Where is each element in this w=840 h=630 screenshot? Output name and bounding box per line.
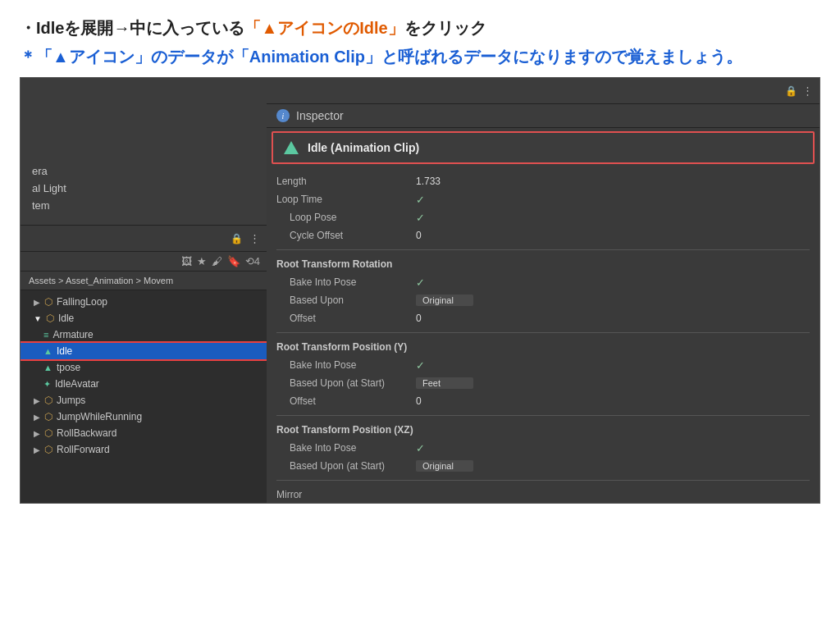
list-item-idle-avatar[interactable]: ✦ IdleAvatar bbox=[21, 376, 267, 392]
file-label: IdleAvatar bbox=[55, 378, 99, 390]
bake-xz-check[interactable]: ✓ bbox=[416, 442, 425, 454]
inspector-toolbar: 🔒 ⋮ bbox=[267, 78, 819, 104]
clip-title: Idle (Animation Clip) bbox=[308, 141, 419, 154]
list-item-jumpwhilerunning[interactable]: ▶ ⬡ JumpWhileRunning bbox=[21, 409, 267, 425]
divider2 bbox=[276, 332, 810, 333]
arrow-right-icon: ▶ bbox=[34, 396, 40, 405]
scene-hierarchy: era al Light tem bbox=[21, 78, 267, 226]
image-icon[interactable]: 🖼 bbox=[181, 255, 192, 267]
based-upon-rotation-label: Based Upon bbox=[276, 294, 416, 306]
menu-icon[interactable]: ⋮ bbox=[802, 84, 813, 97]
info-icon: i bbox=[276, 109, 290, 122]
root-position-y-header: Root Transform Position (Y) bbox=[276, 340, 810, 354]
filter-icon[interactable]: ⟲4 bbox=[245, 255, 260, 267]
list-item-jumps[interactable]: ▶ ⬡ Jumps bbox=[21, 392, 267, 409]
list-item-idle-clip[interactable]: ▲ Idle bbox=[21, 343, 267, 359]
heading-highlight: 「▲アイコンのIdle」 bbox=[244, 19, 404, 37]
offset-rotation-row: Offset 0 bbox=[276, 309, 810, 327]
file-list[interactable]: ▶ ⬡ FallingLoop ▼ ⬡ Idle ≡ Armature ▲ Id… bbox=[21, 290, 267, 503]
offset-rotation-value: 0 bbox=[416, 313, 810, 324]
arrow-right-icon: ▶ bbox=[34, 429, 40, 438]
folder-icon: ⬡ bbox=[44, 395, 52, 406]
bake-into-pose-y-label: Bake Into Pose bbox=[276, 359, 416, 371]
length-row: Length 1.733 bbox=[276, 172, 810, 190]
loop-time-check[interactable]: ✓ bbox=[416, 194, 425, 206]
length-label: Length bbox=[276, 176, 416, 187]
breadcrumb: Assets > Asset_Animation > Movem bbox=[21, 272, 267, 290]
heading-line1: ・Idleを展開→中に入っている「▲アイコンのIdle」をクリック bbox=[20, 15, 820, 41]
top-text-block: ・Idleを展開→中に入っている「▲アイコンのIdle」をクリック ＊「▲アイコ… bbox=[0, 0, 840, 77]
offset-y-label: Offset bbox=[276, 395, 416, 407]
based-upon-xz-label: Based Upon (at Start) bbox=[276, 460, 416, 472]
bake-into-pose-xz-label: Bake Into Pose bbox=[276, 442, 416, 454]
project-toolbar: 🔒 ⋮ bbox=[21, 226, 267, 252]
loop-pose-row: Loop Pose ✓ bbox=[276, 208, 810, 226]
file-label: Idle bbox=[58, 313, 74, 324]
anim-icon: ≡ bbox=[43, 330, 48, 340]
triangle-icon: ▲ bbox=[43, 363, 52, 372]
length-value: 1.733 bbox=[416, 176, 810, 187]
lock-icon: 🔒 bbox=[785, 85, 797, 97]
root-rotation-header: Root Transform Rotation bbox=[276, 257, 810, 272]
project-icons-bar: 🖼 ★ 🖌 🔖 ⟲4 bbox=[21, 252, 267, 272]
inspector-title: Inspector bbox=[296, 109, 344, 122]
inspector-header: i Inspector bbox=[267, 104, 819, 128]
loop-time-label: Loop Time bbox=[276, 194, 416, 205]
divider3 bbox=[276, 415, 810, 416]
list-item-idle-folder[interactable]: ▼ ⬡ Idle bbox=[21, 310, 267, 326]
folder-icon: ⬡ bbox=[44, 411, 52, 422]
tag-icon[interactable]: 🔖 bbox=[227, 255, 240, 267]
list-item-rollbackward[interactable]: ▶ ⬡ RollBackward bbox=[21, 425, 267, 441]
based-upon-rotation-dropdown[interactable]: Original bbox=[416, 294, 473, 306]
triangle-icon: ▲ bbox=[43, 346, 52, 356]
screenshot-area: era al Light tem 🔒 ⋮ 🖼 ★ 🖌 🔖 ⟲4 Assets >… bbox=[20, 77, 820, 504]
based-upon-rotation-row: Based Upon Original bbox=[276, 291, 810, 309]
divider4 bbox=[276, 480, 810, 481]
mirror-label: Mirror bbox=[276, 489, 416, 500]
folder-icon: ⬡ bbox=[46, 313, 54, 324]
based-upon-xz-dropdown[interactable]: Original bbox=[416, 460, 473, 472]
list-item-fallingloop[interactable]: ▶ ⬡ FallingLoop bbox=[21, 294, 267, 310]
bake-into-pose-rotation-label: Bake Into Pose bbox=[276, 276, 416, 288]
arrow-right-icon: ▶ bbox=[34, 445, 40, 454]
bake-y-check[interactable]: ✓ bbox=[416, 359, 425, 372]
folder-icon: ⬡ bbox=[44, 444, 52, 455]
bake-rotation-check[interactable]: ✓ bbox=[416, 276, 425, 289]
menu-icon[interactable]: ⋮ bbox=[249, 232, 260, 244]
file-label: Jumps bbox=[57, 395, 85, 406]
loop-time-row: Loop Time ✓ bbox=[276, 190, 810, 208]
folder-icon: ⬡ bbox=[44, 427, 52, 439]
hierarchy-item-item: tem bbox=[32, 199, 255, 212]
list-item-rollforward[interactable]: ▶ ⬡ RollForward bbox=[21, 441, 267, 458]
inspector-body: Length 1.733 Loop Time ✓ Loop Pose ✓ Cyc… bbox=[267, 167, 819, 503]
file-label: JumpWhileRunning bbox=[57, 411, 142, 422]
file-label: FallingLoop bbox=[57, 296, 107, 308]
offset-y-value: 0 bbox=[416, 395, 810, 407]
heading-suffix: をクリック bbox=[404, 19, 486, 37]
lock-icon: 🔒 bbox=[231, 233, 243, 244]
arrow-right-icon: ▶ bbox=[34, 298, 40, 307]
based-upon-y-dropdown[interactable]: Feet bbox=[416, 377, 473, 389]
cycle-offset-row: Cycle Offset 0 bbox=[276, 226, 810, 244]
clip-header: Idle (Animation Clip) bbox=[272, 131, 815, 164]
divider1 bbox=[276, 249, 810, 250]
list-item-armature[interactable]: ≡ Armature bbox=[21, 326, 267, 343]
file-label: RollBackward bbox=[57, 427, 116, 439]
avatar-icon: ✦ bbox=[43, 379, 51, 390]
hierarchy-item-light: al Light bbox=[32, 182, 255, 194]
arrow-right-icon: ▶ bbox=[34, 413, 40, 422]
file-label: Armature bbox=[52, 329, 93, 340]
bake-pose-xz-row: Bake Into Pose ✓ bbox=[276, 439, 810, 457]
mirror-row: Mirror bbox=[276, 486, 810, 503]
bake-pose-rotation-row: Bake Into Pose ✓ bbox=[276, 273, 810, 291]
brush-icon[interactable]: 🖌 bbox=[212, 255, 222, 267]
list-item-tpose[interactable]: ▲ tpose bbox=[21, 359, 267, 376]
star-icon[interactable]: ★ bbox=[197, 255, 207, 267]
based-upon-y-label: Based Upon (at Start) bbox=[276, 377, 416, 389]
right-panel-inspector: 🔒 ⋮ i Inspector Idle (Animation Clip) Le… bbox=[267, 78, 819, 503]
heading-prefix: ・Idleを展開→中に入っている bbox=[20, 19, 244, 37]
loop-pose-check[interactable]: ✓ bbox=[416, 212, 425, 224]
page-container: ・Idleを展開→中に入っている「▲アイコンのIdle」をクリック ＊「▲アイコ… bbox=[0, 0, 840, 504]
loop-pose-label: Loop Pose bbox=[276, 212, 416, 223]
offset-rotation-label: Offset bbox=[276, 313, 416, 324]
